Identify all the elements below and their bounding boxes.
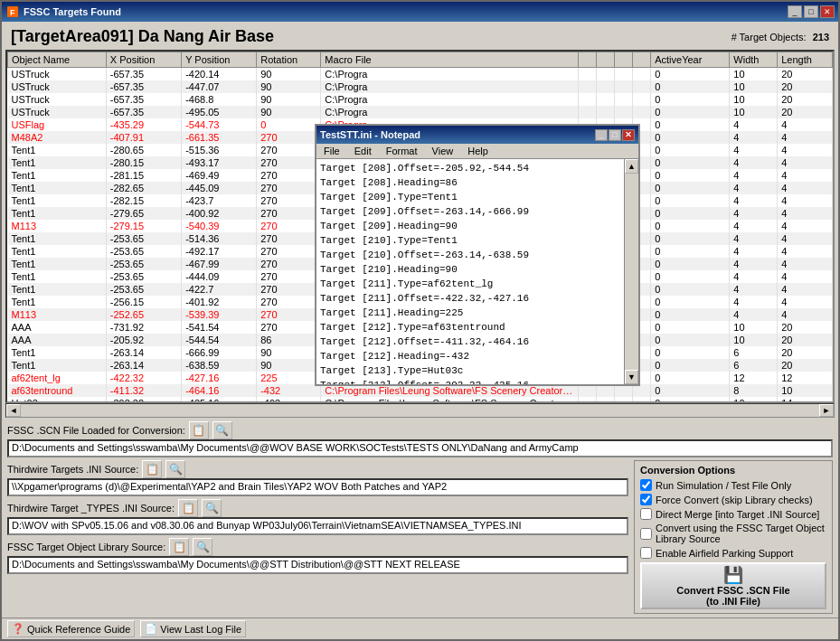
col-header-active[interactable]: ActiveYear	[651, 52, 730, 68]
notepad-scrollbar[interactable]: ▲ ▼	[624, 159, 638, 384]
notepad-menu-item[interactable]: Help	[460, 144, 496, 158]
cell-x: -280.65	[106, 144, 181, 156]
cell-c8	[633, 93, 651, 106]
notepad-text-area[interactable]: Target [208].Offset=-205.92,-544.54Targe…	[316, 159, 624, 384]
notepad-maximize-btn[interactable]: □	[609, 129, 621, 141]
col-header-x[interactable]: X Position	[106, 52, 181, 68]
app-icon: F	[5, 5, 20, 19]
convert-line2: (to .INI File)	[706, 596, 760, 607]
scn-file-path[interactable]: D:\Documents and Settings\sswamba\My Doc…	[7, 439, 833, 457]
cell-y: -541.54	[182, 321, 257, 334]
scroll-right-btn[interactable]: ►	[819, 404, 834, 417]
convert-button[interactable]: 💾 Convert FSSC .SCN File (to .INI File)	[640, 562, 826, 609]
ini-search-btn[interactable]: 🔍	[165, 460, 185, 478]
types-search-btn[interactable]: 🔍	[202, 499, 222, 517]
view-log-button[interactable]: 📄 View Last Log File	[140, 620, 246, 637]
cell-rot: 270	[257, 220, 321, 232]
scroll-down-btn[interactable]: ▼	[625, 370, 638, 384]
cell-length: 4	[778, 220, 833, 232]
cell-active: 0	[651, 68, 730, 81]
cell-c7	[615, 68, 633, 81]
header-area: [TargetArea091] Da Nang Air Base # Targe…	[2, 22, 838, 50]
options-title: Conversion Options	[640, 465, 826, 476]
notepad-menu-item[interactable]: Edit	[347, 144, 379, 158]
cell-rot: 86	[257, 334, 321, 346]
notepad-menu-item[interactable]: File	[316, 144, 347, 158]
table-row[interactable]: af63tentround -411.32 -464.16 -432 C:\Pr…	[8, 384, 833, 397]
cell-rot: 90	[257, 346, 321, 359]
cell-active: 0	[651, 144, 730, 156]
cell-width: 4	[730, 283, 778, 296]
cell-x: -657.35	[106, 93, 181, 106]
option-label-3: Convert using the FSSC Target Object Lib…	[656, 523, 826, 544]
quick-ref-button[interactable]: ❓ Quick Reference Guide	[7, 620, 135, 637]
minimize-button[interactable]: _	[788, 5, 802, 18]
cell-c8	[633, 397, 651, 401]
option-label-4: Enable Airfield Parking Support	[656, 548, 793, 559]
cell-x: -393.32	[106, 397, 181, 401]
scn-file-icon-btn[interactable]: 📋	[189, 421, 209, 439]
col-header-c8[interactable]	[633, 52, 651, 68]
col-header-c5[interactable]	[579, 52, 597, 68]
cell-name: M113	[8, 308, 107, 321]
option-checkbox-2[interactable]	[640, 508, 652, 520]
col-header-name[interactable]: Object Name	[8, 52, 107, 68]
ini-source-path[interactable]: \\Xpgamer\programs (d)\@Experimental\YAP…	[7, 478, 628, 496]
cell-y: -468.8	[182, 93, 257, 106]
cell-macro: C:\Program Files\Leung Software\FS Scene…	[321, 397, 579, 401]
col-header-y[interactable]: Y Position	[182, 52, 257, 68]
scn-search-btn[interactable]: 🔍	[212, 421, 232, 439]
notepad-minimize-btn[interactable]: _	[595, 129, 608, 141]
notepad-menu-item[interactable]: View	[425, 144, 461, 158]
library-label: FSSC Target Object Library Source:	[7, 542, 165, 552]
scroll-left-btn[interactable]: ◄	[6, 404, 21, 417]
table-row[interactable]: Hut03c -393.32 -435.16 -403 C:\Program F…	[8, 397, 833, 401]
cell-x: -253.65	[106, 232, 181, 245]
option-checkbox-4[interactable]	[640, 547, 652, 559]
col-header-macro[interactable]: Macro File	[321, 52, 579, 68]
cell-active: 0	[651, 245, 730, 258]
maximize-button[interactable]: □	[804, 5, 818, 18]
option-checkbox-1[interactable]	[640, 494, 652, 505]
cell-active: 0	[651, 80, 730, 93]
notepad-title-bar: TestSTT.ini - Notepad _ □ ✕	[316, 126, 638, 144]
cell-width: 10	[730, 334, 778, 346]
col-header-c7[interactable]	[615, 52, 633, 68]
table-row[interactable]: USTruck -657.35 -447.07 90 C:\Progra 0 1…	[8, 80, 833, 93]
cell-rot: 270	[257, 270, 321, 283]
cell-width: 6	[730, 346, 778, 359]
cell-x: -422.32	[106, 372, 181, 384]
cell-x: -282.65	[106, 182, 181, 194]
title-bar-buttons: _ □ ✕	[788, 5, 835, 18]
col-header-rot[interactable]: Rotation	[257, 52, 321, 68]
horiz-scrollbar[interactable]: ◄ ►	[5, 403, 835, 418]
library-path[interactable]: D:\Documents and Settings\sswamba\My Doc…	[7, 556, 628, 574]
notepad-line: Target [208].Offset=-205.92,-544.54	[320, 161, 620, 175]
types-file-icon-btn[interactable]: 📋	[178, 499, 198, 517]
cell-name: Tent1	[8, 258, 107, 270]
notepad-menu-item[interactable]: Format	[379, 144, 425, 158]
cell-width: 4	[730, 258, 778, 270]
ini-label-row: Thirdwire Targets .INI Source: 📋 🔍	[7, 460, 628, 478]
col-header-c6[interactable]	[597, 52, 615, 68]
col-header-length[interactable]: Length	[778, 52, 833, 68]
ini-file-icon-btn[interactable]: 📋	[142, 460, 162, 478]
types-label-row: Thirdwire Target _TYPES .INI Source: 📋 🔍	[7, 499, 628, 517]
cell-length: 4	[778, 283, 833, 296]
col-header-width[interactable]: Width	[730, 52, 778, 68]
notepad-close-btn[interactable]: ✕	[622, 129, 635, 141]
notepad-line: Target [209].Heading=90	[320, 219, 620, 233]
cell-length: 4	[778, 169, 833, 182]
cell-name: Hut03c	[8, 397, 107, 401]
option-checkbox-0[interactable]	[640, 479, 652, 491]
cell-name: USTruck	[8, 80, 107, 93]
library-search-btn[interactable]: 🔍	[193, 538, 212, 556]
table-row[interactable]: USTruck -657.35 -420.14 90 C:\Progra 0 1…	[8, 68, 833, 81]
close-button[interactable]: ✕	[820, 5, 835, 18]
scroll-up-btn[interactable]: ▲	[625, 159, 638, 174]
option-checkbox-3[interactable]	[640, 528, 652, 540]
types-path[interactable]: D:\WOV with SPv05.15.06 and v08.30.06 an…	[7, 517, 628, 535]
table-row[interactable]: USTruck -657.35 -495.05 90 C:\Progra 0 1…	[8, 106, 833, 118]
table-row[interactable]: USTruck -657.35 -468.8 90 C:\Progra 0 10…	[8, 93, 833, 106]
library-file-icon-btn[interactable]: 📋	[169, 538, 189, 556]
